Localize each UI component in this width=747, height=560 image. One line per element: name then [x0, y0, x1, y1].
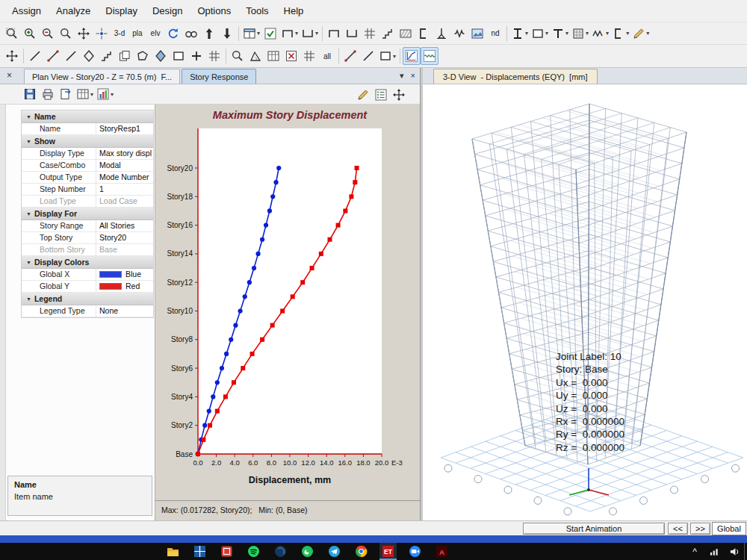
menu-options[interactable]: Options	[190, 1, 238, 20]
property-row-top-story[interactable]: Top StoryStory20	[22, 232, 153, 244]
search-binoculars-icon[interactable]	[182, 25, 200, 43]
draw-polygon-icon[interactable]	[134, 47, 152, 65]
zoom-app-icon[interactable]	[406, 543, 424, 560]
draw-rect-icon[interactable]	[170, 47, 187, 65]
frame-properties-dropdown[interactable]: ▾	[509, 25, 530, 43]
snap-settings-icon[interactable]	[93, 25, 111, 43]
bracket-properties-dropdown[interactable]: ▾	[610, 25, 630, 43]
export-icon[interactable]	[57, 85, 75, 103]
tray-expand-icon[interactable]: ^	[689, 543, 701, 560]
property-value[interactable]: All Stories	[96, 220, 153, 231]
file-explorer-icon[interactable]	[164, 543, 182, 560]
shell-properties-dropdown[interactable]: ▾	[530, 25, 550, 43]
property-value[interactable]: None	[96, 305, 153, 317]
move-down-story-icon[interactable]	[218, 25, 236, 43]
story-response-plot-icon[interactable]	[403, 47, 421, 65]
volume-icon[interactable]	[729, 543, 741, 560]
model-3d-viewport[interactable]: Joint Label: 10Story: BaseUx = 0.000Uy =…	[423, 84, 747, 520]
move-plot-icon[interactable]	[390, 86, 408, 104]
rubber-band-zoom-icon[interactable]	[229, 47, 247, 65]
property-value[interactable]: Blue	[96, 269, 153, 280]
copy-icon[interactable]	[116, 47, 134, 65]
red-app-icon[interactable]	[218, 543, 235, 560]
network-icon[interactable]	[709, 543, 721, 560]
property-value[interactable]: Story20	[96, 232, 153, 243]
tab-story-response[interactable]: Story Response	[182, 69, 256, 84]
all-button[interactable]: all	[318, 47, 336, 65]
draw-rect-dropdown[interactable]: ▾	[377, 47, 397, 65]
undo-icon[interactable]	[164, 25, 182, 43]
draw-wall-stack-icon[interactable]	[98, 47, 116, 65]
property-row-global-x[interactable]: Global XBlue	[22, 269, 153, 281]
tab-list-dropdown-icon[interactable]: ▾	[400, 71, 404, 81]
edit-plot-icon[interactable]	[354, 86, 372, 104]
property-row-display-type[interactable]: Display TypeMax story displ	[22, 148, 153, 160]
section-legend[interactable]: ▼Legend	[22, 293, 153, 305]
rendered-view-icon[interactable]	[468, 25, 486, 43]
property-row-output-type[interactable]: Output TypeMode Number	[22, 172, 153, 184]
show-tables-icon[interactable]	[264, 47, 282, 65]
property-row-legend-type[interactable]: Legend TypeNone	[22, 305, 153, 317]
tee-properties-dropdown[interactable]: ▾	[550, 25, 570, 43]
menu-design[interactable]: Design	[145, 1, 190, 20]
print-icon[interactable]	[39, 85, 57, 103]
chrome-icon[interactable]	[353, 543, 370, 560]
delete-box-icon[interactable]	[282, 47, 300, 65]
property-value[interactable]: Red	[96, 281, 153, 292]
property-row-global-y[interactable]: Global YRed	[22, 281, 153, 293]
story-displacement-chart[interactable]: Maximum Story Displacement0.02.04.06.08.…	[155, 105, 420, 500]
section-show[interactable]: ▼Show	[22, 135, 153, 148]
stairs-icon[interactable]	[379, 25, 397, 43]
section-display-colors[interactable]: ▼Display Colors	[22, 256, 153, 269]
section-name[interactable]: ▼Name	[22, 111, 153, 123]
assign-frame-dropdown[interactable]: ▾	[279, 25, 300, 43]
frame-grid-icon[interactable]	[205, 47, 223, 65]
draw-filled-diamond-icon[interactable]	[152, 47, 170, 65]
property-row-story-range[interactable]: Story RangeAll Stories	[22, 220, 153, 232]
property-value[interactable]: Mode Number	[96, 172, 153, 183]
show-desktop-button[interactable]	[744, 543, 747, 560]
office-app-icon[interactable]	[191, 543, 208, 560]
draw-dot-line-icon[interactable]	[341, 47, 359, 65]
window-views-dropdown[interactable]: ▾	[241, 25, 261, 43]
property-row-step-number[interactable]: Step Number1	[22, 184, 153, 196]
property-value[interactable]: Max story displ	[96, 148, 153, 159]
property-value[interactable]: StoryResp1	[96, 123, 153, 134]
tab-3d-view[interactable]: 3-D View - Displacements (EQY) [mm]	[433, 69, 598, 84]
zoom-window-icon[interactable]	[3, 25, 21, 43]
measure-angle-icon[interactable]	[247, 47, 264, 65]
etabs-taskbar-icon[interactable]: ET	[379, 543, 397, 560]
tab-plan-view[interactable]: Plan View - Story20 - Z = 70.5 (m) F...	[24, 69, 180, 84]
menu-tools[interactable]: Tools	[238, 1, 276, 20]
move-up-story-icon[interactable]	[200, 25, 218, 43]
draw-diamond-icon[interactable]	[80, 47, 98, 65]
chart-type-dropdown[interactable]: ▾	[95, 85, 115, 103]
draw-line-icon[interactable]	[26, 47, 44, 65]
dock-close-button[interactable]: ×	[4, 70, 15, 81]
nd-button[interactable]: nd	[486, 25, 504, 43]
adobe-icon[interactable]: A	[433, 543, 450, 560]
reshape-move-icon[interactable]	[3, 47, 21, 65]
property-value[interactable]: Modal	[96, 160, 153, 171]
wall-properties-dropdown[interactable]: ▾	[570, 25, 590, 43]
menu-assign[interactable]: Assign	[4, 1, 49, 20]
zoom-in-icon[interactable]	[21, 25, 39, 43]
pan-icon[interactable]	[75, 25, 93, 43]
draw-slash-icon[interactable]	[359, 47, 377, 65]
menu-help[interactable]: Help	[276, 1, 311, 20]
browser-ball-icon[interactable]	[272, 543, 289, 560]
portal-frame-icon[interactable]	[415, 25, 433, 43]
similar-stories-icon[interactable]	[361, 25, 379, 43]
view-3d-button[interactable]: 3-d	[111, 25, 128, 43]
hash-grid-icon[interactable]	[300, 47, 318, 65]
menu-analyze[interactable]: Analyze	[49, 1, 98, 20]
frame-section-icon[interactable]	[325, 25, 343, 43]
zoom-previous-icon[interactable]	[57, 25, 75, 43]
check-model-icon[interactable]	[261, 25, 279, 43]
start-animation-button[interactable]: Start Animation	[523, 523, 665, 535]
spring-icon[interactable]	[450, 25, 468, 43]
property-row-load-type[interactable]: Load TypeLoad Case	[22, 196, 153, 208]
tab-close-icon[interactable]: ×	[411, 71, 415, 81]
elevation-view-button[interactable]: elv	[146, 25, 164, 43]
assign-shell-dropdown[interactable]: ▾	[300, 25, 320, 43]
